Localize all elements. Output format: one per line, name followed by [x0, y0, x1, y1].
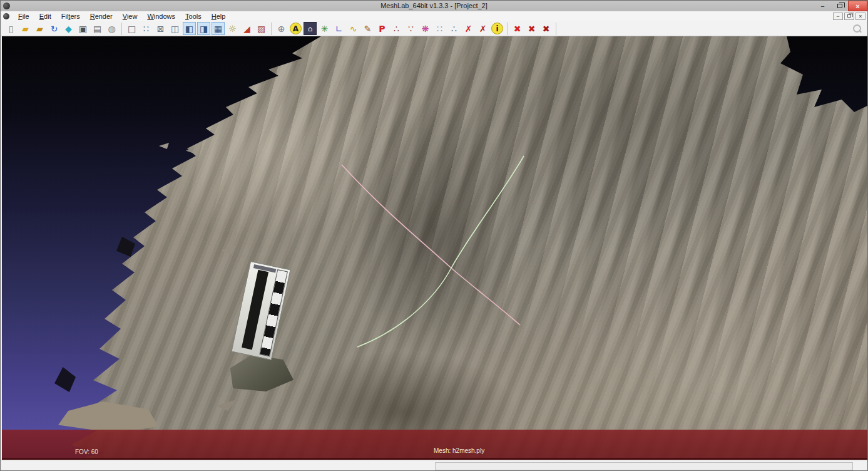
viewport-canvas[interactable]: FOV: 60 FPS: 17.0 Mesh: h2mesh.ply Verti… [2, 36, 867, 460]
z-painting-icon[interactable]: ✎ [361, 22, 374, 35]
menubar: FileEditFiltersRenderViewWindowsToolsHel… [1, 11, 867, 21]
statusbar [1, 460, 867, 471]
pick-points-icon[interactable]: P [375, 22, 389, 35]
menu-item-view[interactable]: View [118, 11, 143, 21]
menu-item-filters[interactable]: Filters [56, 11, 85, 21]
doubleside-lighting-icon[interactable]: ▨ [255, 22, 268, 35]
quality-mapper-icon[interactable]: ❋ [419, 22, 432, 35]
menu-item-help[interactable]: Help [207, 11, 231, 21]
ssao-icon[interactable]: ⌂ [304, 22, 317, 35]
shadow-mapping-icon[interactable]: ✳ [318, 22, 331, 35]
align-error-a-icon[interactable]: ✗ [462, 22, 475, 35]
layer-info-icon[interactable]: i [491, 23, 503, 34]
menu-item-render[interactable]: Render [85, 11, 118, 21]
import-mesh-icon[interactable]: ▰ [33, 22, 46, 35]
toolbar-separator [121, 23, 122, 35]
select-components-icon[interactable]: ∴ [447, 22, 461, 35]
menu-item-edit[interactable]: Edit [34, 11, 56, 21]
render-wireframe-icon[interactable]: ⊠ [154, 22, 167, 35]
online-help-icon[interactable]: ◍ [105, 22, 118, 35]
progress-track [435, 462, 853, 470]
fancy-lighting-icon[interactable]: ◢ [240, 22, 253, 35]
toolbar-separator [271, 23, 272, 35]
render-points-icon[interactable]: ∷ [140, 22, 153, 35]
close-button[interactable]: × [848, 1, 867, 11]
hud-mesh-name: Mesh: h2mesh.ply [434, 447, 484, 455]
light-toggle-icon[interactable]: ☼ [226, 22, 239, 35]
restore-icon [837, 4, 842, 8]
toolbar: ▯▰▰↻◆▣▤◍□∷⊠◫◧◨▦☼◢▨⊕A⌂✳∟∿✎P∴∵❋∷∴✗✗i✖✖✖ [1, 21, 867, 36]
child-close-button[interactable]: × [855, 13, 865, 20]
search-icon[interactable] [852, 24, 861, 33]
show-layers-icon[interactable]: ▤ [91, 22, 104, 35]
new-project-icon[interactable]: ▯ [4, 22, 18, 35]
minimize-button[interactable]: − [814, 1, 831, 11]
child-restore-button[interactable] [844, 13, 854, 20]
save-project-icon[interactable]: ◆ [62, 22, 75, 35]
point-cloud-icon[interactable]: ∷ [433, 22, 446, 35]
show-axis-icon[interactable]: ∟ [332, 22, 345, 35]
measurement-line-pink [342, 165, 520, 325]
render-smooth-icon[interactable]: ◨ [197, 22, 210, 35]
toolbar-separator [507, 23, 508, 35]
menu-item-file[interactable]: File [13, 11, 34, 21]
measurement-overlay [2, 36, 867, 460]
hud-band: FOV: 60 FPS: 17.0 Mesh: h2mesh.ply Verti… [2, 430, 867, 460]
child-minimize-button[interactable]: − [833, 13, 843, 20]
hud-fov: FOV: 60 [75, 448, 106, 456]
align-error-b-icon[interactable]: ✗ [476, 22, 489, 35]
graph-align-icon[interactable]: ∵ [404, 22, 417, 35]
delete-current-mesh-icon[interactable]: ✖ [511, 22, 524, 35]
align-tool-icon[interactable]: ∴ [390, 22, 403, 35]
snapshot-icon[interactable]: ▣ [76, 22, 89, 35]
restore-button[interactable] [831, 1, 848, 11]
render-bbox-icon[interactable]: □ [125, 22, 138, 35]
child-window-icon[interactable] [3, 13, 9, 19]
menu-item-tools[interactable]: Tools [180, 11, 207, 21]
meshlab-window: MeshLab_64bit v1.3.3 - [Project_2] − × F… [0, 0, 868, 471]
window-titlebar: MeshLab_64bit v1.3.3 - [Project_2] − × [1, 1, 867, 11]
reload-mesh-icon[interactable]: ↻ [48, 22, 61, 35]
render-flat-icon[interactable]: ◧ [183, 22, 196, 35]
toolbar-separator [556, 23, 556, 35]
child-restore-icon [847, 14, 851, 18]
render-hidden-lines-icon[interactable]: ◫ [168, 22, 181, 35]
ambient-occlusion-icon[interactable]: A [290, 23, 302, 34]
measurement-line-green [357, 156, 524, 347]
window-title: MeshLab_64bit v1.3.3 - [Project_2] [1, 1, 867, 11]
trackball-icon[interactable]: ⊕ [275, 22, 288, 35]
measure-tool-icon[interactable]: ∿ [347, 22, 360, 35]
render-texture-icon[interactable]: ▦ [212, 22, 225, 35]
open-project-icon[interactable]: ▰ [19, 22, 32, 35]
delete-faces-icon[interactable]: ✖ [525, 22, 538, 35]
delete-vertices-icon[interactable]: ✖ [539, 22, 553, 35]
menu-item-windows[interactable]: Windows [142, 11, 180, 21]
